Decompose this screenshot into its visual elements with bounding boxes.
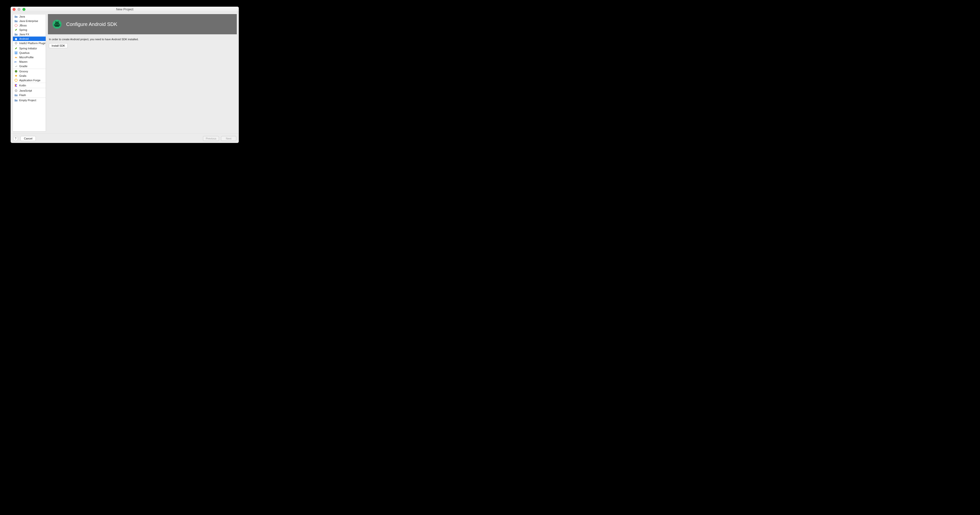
svg-point-8 <box>15 79 17 81</box>
quarkus-icon <box>14 51 18 54</box>
svg-point-6 <box>17 66 17 66</box>
svg-point-0 <box>15 24 17 27</box>
maven-icon: m <box>14 60 18 64</box>
banner: Configure Android SDK <box>48 14 237 34</box>
sidebar-item-label: Empty Project <box>19 99 36 102</box>
sidebar-separator <box>13 83 46 83</box>
sidebar-item-label: Grails <box>19 74 26 77</box>
kotlin-icon <box>14 84 18 87</box>
folder-icon <box>14 33 18 36</box>
spring-icon <box>14 28 18 32</box>
new-project-window: New Project JavaJava EnterpriseJBossSpri… <box>11 7 239 143</box>
next-button: Next <box>221 136 236 141</box>
spring-icon <box>14 47 18 50</box>
zoom-window-button[interactable] <box>22 8 25 11</box>
cancel-button[interactable]: Cancel <box>21 136 36 141</box>
sidebar-item-android[interactable]: Android <box>13 37 46 41</box>
folder-icon <box>14 99 18 102</box>
folder-java-icon <box>14 19 18 23</box>
dialog-footer: ? Cancel Previous Next <box>11 134 239 143</box>
jboss-icon <box>14 24 18 27</box>
svg-point-12 <box>56 22 57 23</box>
main-panel: Configure Android SDK In order to create… <box>48 14 237 132</box>
sidebar-item-application-forge[interactable]: Application Forge <box>13 78 46 83</box>
help-button[interactable]: ? <box>13 136 18 141</box>
window-title: New Project <box>116 7 133 11</box>
sidebar-item-empty-project[interactable]: Empty Project <box>13 98 46 102</box>
sidebar-item-label: Kotlin <box>19 84 26 87</box>
svg-point-7 <box>15 70 17 73</box>
install-sdk-button[interactable]: Install SDK <box>49 43 68 48</box>
sidebar-item-label: Application Forge <box>19 79 40 82</box>
flash-icon: f <box>14 93 18 97</box>
sidebar-item-label: MicroProfile <box>19 56 33 59</box>
javascript-icon <box>14 89 18 92</box>
gradle-icon <box>14 64 18 68</box>
svg-rect-16 <box>59 24 60 26</box>
sidebar-item-spring[interactable]: Spring <box>13 28 46 32</box>
dialog-body: JavaJava EnterpriseJBossSpringJava FXAnd… <box>11 12 239 134</box>
project-type-sidebar: JavaJava EnterpriseJBossSpringJava FXAnd… <box>13 14 46 132</box>
sidebar-separator <box>13 68 46 69</box>
svg-point-3 <box>16 43 16 44</box>
sidebar-item-javascript[interactable]: JavaScript <box>13 88 46 93</box>
titlebar: New Project <box>11 7 239 12</box>
sidebar-item-label: Flash <box>19 94 26 97</box>
grails-icon <box>14 74 18 78</box>
sidebar-item-label: Maven <box>19 60 27 63</box>
sidebar-item-label: Groovy <box>19 70 28 73</box>
intellij-icon <box>14 41 18 45</box>
window-controls <box>13 8 25 11</box>
sidebar-item-label: Quarkus <box>19 51 30 54</box>
sidebar-item-grails[interactable]: Grails <box>13 73 46 78</box>
sidebar-item-label: Android <box>19 37 29 40</box>
sidebar-item-java[interactable]: Java <box>13 14 46 19</box>
sidebar-item-microprofile[interactable]: MicroProfile <box>13 55 46 59</box>
sidebar-item-label: Gradle <box>19 65 27 68</box>
panel-content: In order to create Android project, you … <box>48 34 237 132</box>
sidebar-item-maven[interactable]: mMaven <box>13 59 46 64</box>
sidebar-item-java-fx[interactable]: Java FX <box>13 32 46 37</box>
svg-text:m: m <box>14 60 16 63</box>
sidebar-item-label: JBoss <box>19 24 27 27</box>
sidebar-item-gradle[interactable]: Gradle <box>13 64 46 68</box>
sidebar-item-kotlin[interactable]: Kotlin <box>13 83 46 87</box>
svg-point-13 <box>57 22 58 23</box>
folder-java-icon <box>14 15 18 18</box>
banner-title: Configure Android SDK <box>66 21 117 27</box>
sidebar-item-label: Spring <box>19 29 27 31</box>
sidebar-item-intellij-platform-plugin[interactable]: IntelliJ Platform Plugin <box>13 41 46 45</box>
svg-rect-15 <box>54 24 55 26</box>
sidebar-item-label: Spring Initializr <box>19 47 37 50</box>
forge-icon <box>14 78 18 82</box>
sidebar-item-java-enterprise[interactable]: Java Enterprise <box>13 19 46 23</box>
sidebar-item-label: Java <box>19 15 25 18</box>
sidebar-item-flash[interactable]: fFlash <box>13 93 46 97</box>
sidebar-item-label: Java FX <box>19 33 29 36</box>
groovy-icon <box>14 70 18 73</box>
sidebar-separator <box>13 97 46 98</box>
sidebar-item-label: IntelliJ Platform Plugin <box>19 42 46 45</box>
svg-rect-14 <box>55 24 59 27</box>
sidebar-item-groovy[interactable]: Groovy <box>13 69 46 73</box>
sidebar-item-label: JavaScript <box>19 89 32 92</box>
android-icon <box>14 37 18 40</box>
sidebar-separator <box>13 88 46 88</box>
svg-rect-1 <box>15 40 17 40</box>
previous-button: Previous <box>203 136 219 141</box>
sidebar-item-jboss[interactable]: JBoss <box>13 23 46 28</box>
sidebar-separator <box>13 46 46 46</box>
android-sdk-icon <box>52 19 62 29</box>
close-window-button[interactable] <box>13 8 16 11</box>
sidebar-item-label: Java Enterprise <box>19 19 38 22</box>
minimize-window-button <box>18 8 21 11</box>
sdk-required-message: In order to create Android project, you … <box>49 38 236 41</box>
sidebar-item-spring-initializr[interactable]: Spring Initializr <box>13 46 46 51</box>
sidebar-item-quarkus[interactable]: Quarkus <box>13 51 46 55</box>
microprofile-icon <box>14 56 18 59</box>
